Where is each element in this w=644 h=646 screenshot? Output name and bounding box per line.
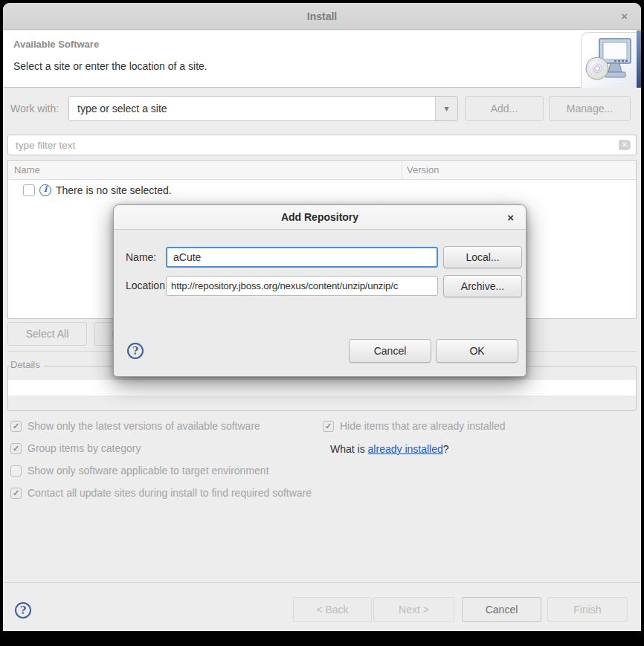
wizard-banner: Available Software Select a site or ente… [3, 30, 641, 88]
dialog-ok-button[interactable]: OK [436, 339, 518, 363]
option-latest-versions[interactable]: ✓ Show only the latest versions of avail… [10, 420, 260, 432]
cancel-button[interactable]: Cancel [462, 597, 541, 622]
window-titlebar[interactable]: Install × [3, 3, 641, 30]
dialog-help-icon[interactable]: ? [127, 343, 144, 359]
name-label: Name: [126, 247, 156, 268]
option-contact-update-sites[interactable]: ✓ Contact all update sites during instal… [10, 487, 312, 499]
filter-input[interactable] [7, 135, 637, 155]
install-software-icon [581, 32, 637, 88]
page-subtitle: Select a site or enter the location of a… [13, 60, 207, 72]
info-icon: i [39, 184, 51, 196]
location-field[interactable] [166, 276, 438, 296]
add-repository-dialog: Add Repository × Name: Local... Location… [113, 204, 527, 377]
finish-button[interactable]: Finish [547, 597, 628, 622]
location-label: Location: [126, 276, 168, 296]
checkbox-target-environment[interactable] [10, 465, 22, 477]
work-with-input[interactable] [69, 97, 435, 120]
chevron-down-icon[interactable]: ▾ [435, 97, 457, 120]
details-text-area [8, 380, 636, 395]
what-is-installed-text: What is already installed? [330, 443, 449, 455]
close-icon[interactable]: × [621, 3, 628, 30]
dialog-cancel-button[interactable]: Cancel [349, 339, 431, 363]
local-button[interactable]: Local... [443, 246, 522, 268]
checkbox-group-by-category[interactable]: ✓ [10, 443, 22, 454]
table-header: Name Version [8, 161, 636, 180]
archive-button[interactable]: Archive... [443, 275, 522, 297]
option-group-by-category[interactable]: ✓ Group items by category [10, 442, 141, 454]
add-button[interactable]: Add... [465, 96, 544, 121]
window-title: Install [3, 3, 641, 30]
already-installed-link[interactable]: already installed [368, 443, 443, 455]
column-header-version[interactable]: Version [407, 161, 439, 180]
install-wizard-window: Install × Available Software Select a si… [3, 3, 641, 631]
checkbox-contact-update-sites[interactable]: ✓ [10, 488, 22, 499]
page-title: Available Software [13, 39, 99, 50]
option-target-environment[interactable]: Show only software applicable to target … [10, 465, 269, 477]
clear-filter-icon[interactable]: ✕ [619, 140, 631, 150]
back-button[interactable]: < Back [293, 597, 372, 622]
details-group-label: Details [10, 359, 44, 370]
footer-separator [3, 582, 641, 583]
dialog-close-icon[interactable]: × [507, 205, 514, 230]
column-header-name[interactable]: Name [14, 161, 40, 180]
help-icon[interactable]: ? [15, 602, 31, 618]
table-row[interactable]: i There is no site selected. [8, 184, 172, 197]
banner-accent-strip [637, 30, 641, 88]
option-hide-installed[interactable]: ✓ Hide items that are already installed [323, 420, 506, 432]
next-button[interactable]: Next > [373, 597, 454, 622]
row-message: There is no site selected. [56, 184, 172, 196]
filter-field-wrap: ✕ [7, 135, 637, 155]
row-checkbox[interactable] [23, 184, 35, 196]
column-divider[interactable] [402, 161, 402, 180]
work-with-label: Work with: [10, 96, 59, 121]
manage-button[interactable]: Manage... [549, 96, 631, 121]
work-with-combo[interactable]: ▾ [68, 96, 458, 121]
checkbox-hide-installed[interactable]: ✓ [323, 421, 334, 432]
name-field[interactable] [166, 247, 438, 268]
dialog-titlebar[interactable]: Add Repository × [114, 205, 526, 230]
checkbox-latest-versions[interactable]: ✓ [10, 421, 22, 432]
dialog-title: Add Repository [114, 205, 526, 230]
select-all-button[interactable]: Select All [7, 322, 87, 346]
